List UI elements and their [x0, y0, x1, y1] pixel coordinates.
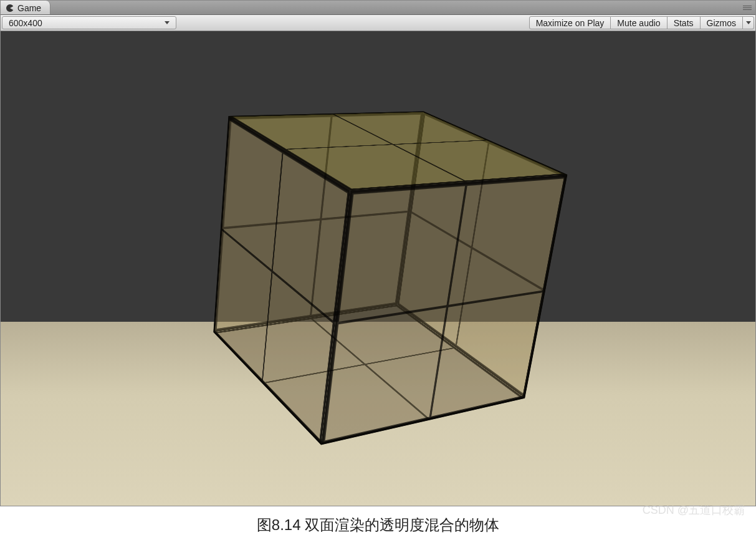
panel-menu-icon[interactable] — [743, 4, 753, 11]
pacman-icon — [6, 4, 14, 12]
unity-editor-window: Game 600x400 Maximize on Play Mute audio… — [0, 0, 756, 506]
chevron-down-icon — [165, 21, 170, 24]
toolbar: 600x400 Maximize on Play Mute audio Stat… — [1, 15, 755, 31]
stats-button[interactable]: Stats — [667, 16, 701, 29]
gizmos-dropdown[interactable] — [743, 16, 754, 29]
chevron-down-icon — [746, 21, 751, 24]
watermark: CSDN @五道口校霸 — [643, 503, 745, 518]
gizmos-button[interactable]: Gizmos — [701, 16, 743, 29]
scene-object — [260, 140, 497, 377]
resolution-dropdown[interactable]: 600x400 — [2, 16, 176, 29]
tab-label: Game — [17, 3, 41, 13]
game-viewport — [1, 31, 755, 506]
maximize-on-play-button[interactable]: Maximize on Play — [529, 16, 611, 29]
tab-game[interactable]: Game — [1, 1, 50, 14]
tab-bar: Game — [1, 1, 755, 15]
transparent-cube — [262, 140, 489, 383]
resolution-value: 600x400 — [9, 18, 42, 28]
mute-audio-button[interactable]: Mute audio — [611, 16, 667, 29]
